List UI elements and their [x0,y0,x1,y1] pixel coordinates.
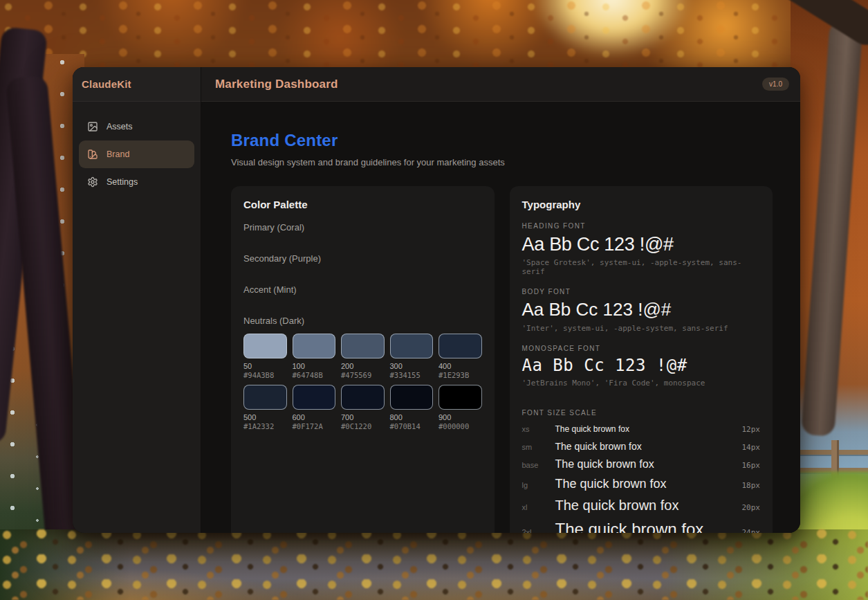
image-icon [87,121,98,132]
swatch-name: 500 [243,413,287,421]
swatch-name: 600 [293,413,336,421]
swatch-hex: #94A3B8 [243,371,287,379]
scale-name: base [522,461,555,469]
color-swatch[interactable] [293,385,336,410]
sidebar: ClaudeKit Assets Brand Settings [73,67,201,533]
scale-sample: The quick brown fox [555,520,742,533]
color-swatch-cell: 300 #334155 [390,334,434,379]
swatch-name: 700 [341,413,385,421]
swatch-hex: #070B14 [390,422,434,430]
scale-size: 14px [742,443,761,452]
color-swatch-cell: 400 #1E293B [438,334,482,379]
font-size-scale-label: FONT SIZE SCALE [522,409,761,417]
color-swatch[interactable] [438,334,482,358]
palette-section-neutrals: Neutrals (Dark) 50 #94A3B8 100 #64748B 2… [243,316,482,430]
page-content: Brand Center Visual design system and br… [201,102,800,533]
scale-sample: The quick brown fox [555,477,742,491]
empty-swatch-row [243,264,482,272]
scale-size: 24px [742,528,761,533]
empty-swatch-row [243,233,482,241]
color-swatch[interactable] [438,385,482,410]
scale-name: xs [522,425,555,433]
swatch-hex: #0F172A [293,422,336,430]
sidebar-item-label: Settings [107,177,138,187]
palette-section-secondary: Secondary (Purple) [243,253,482,272]
swatch-name: 50 [243,362,287,370]
sidebar-item-brand[interactable]: Brand [79,140,194,168]
swatch-name: 200 [341,362,385,370]
sidebar-item-settings[interactable]: Settings [79,168,194,196]
palette-section-label: Secondary (Purple) [243,253,482,264]
window-title: Marketing Dashboard [215,78,338,91]
swatch-hex: #1A2332 [243,422,287,430]
typography-card: Typography HEADING FONT Aa Bb Cc 123 !@#… [510,186,773,533]
top-bar: Marketing Dashboard v1.0 [201,67,800,102]
color-swatch[interactable] [341,334,385,358]
sidebar-nav: Assets Brand Settings [73,102,201,207]
color-swatch-cell: 200 #475569 [341,334,385,379]
font-scale-row: base The quick brown fox 16px [522,458,761,471]
color-swatch[interactable] [243,385,287,410]
palette-section-label: Primary (Coral) [243,222,482,233]
color-swatch-cell: 50 #94A3B8 [243,334,287,379]
fence-rail [793,450,868,455]
card-title: Typography [522,199,761,210]
swatch-name: 400 [438,362,482,370]
page-subtitle: Visual design system and brand guideline… [231,157,773,167]
color-swatch-cell: 100 #64748B [293,334,336,379]
scale-sample: The quick brown fox [555,425,742,435]
scale-sample: The quick brown fox [555,498,742,513]
color-swatch-cell: 600 #0F172A [293,385,336,430]
specimen-body-font: BODY FONT Aa Bb Cc 123 !@# 'Inter', syst… [522,288,761,332]
card-title: Color Palette [243,199,482,210]
swatch-hex: #1E293B [438,371,482,379]
main-panel: Marketing Dashboard v1.0 Brand Center Vi… [201,67,800,533]
color-swatch[interactable] [390,385,434,410]
specimen-label: MONOSPACE FONT [522,345,761,352]
specimen-label: HEADING FONT [522,222,761,230]
color-swatch-cell: 500 #1A2332 [243,385,287,430]
color-swatch[interactable] [341,385,385,410]
color-swatch[interactable] [293,334,336,358]
swatch-hex: #64748B [293,371,336,379]
gear-icon [87,176,98,188]
swatch-hex: #334155 [390,371,434,379]
font-sample: Aa Bb Cc 123 !@# [522,357,761,374]
swatch-name: 900 [438,413,482,421]
color-swatch[interactable] [243,334,287,358]
font-sample: Aa Bb Cc 123 !@# [522,300,761,319]
specimen-heading-font: HEADING FONT Aa Bb Cc 123 !@# 'Space Gro… [522,222,761,276]
font-size-scale: xs The quick brown fox 12px sm The quick… [522,425,761,533]
font-scale-row: xs The quick brown fox 12px [522,425,761,435]
scale-size: 16px [742,461,761,470]
font-scale-row: sm The quick brown fox 14px [522,441,761,452]
scale-name: xl [522,503,555,511]
sidebar-item-assets[interactable]: Assets [79,113,194,140]
scale-size: 18px [742,481,761,490]
scale-size: 12px [742,425,761,434]
swatch-name: 300 [390,362,434,370]
palette-section-label: Accent (Mint) [243,284,482,295]
sidebar-item-label: Assets [107,122,133,131]
swatch-hex: #000000 [438,422,482,430]
font-sample: Aa Bb Cc 123 !@# [522,235,761,254]
color-swatch[interactable] [390,334,434,358]
font-stack: 'Inter', system-ui, -apple-system, sans-… [522,324,761,333]
version-badge: v1.0 [762,78,789,91]
scale-name: sm [522,443,555,451]
app-window: ClaudeKit Assets Brand Settings Marketin… [73,67,800,533]
swatch-grid: 50 #94A3B8 100 #64748B 200 #475569 300 #… [243,334,482,430]
swatch-name: 800 [390,413,434,421]
palette-section-primary: Primary (Coral) [243,222,482,241]
scale-name: lg [522,481,555,489]
color-swatch-cell: 700 #0C1220 [341,385,385,430]
sidebar-header: ClaudeKit [73,67,201,102]
color-palette-card: Color Palette Primary (Coral) Secondary … [231,186,495,533]
color-swatch-cell: 900 #000000 [438,385,482,430]
font-scale-row: xl The quick brown fox 20px [522,498,761,513]
scale-sample: The quick brown fox [555,441,742,452]
app-logo-text: ClaudeKit [82,78,131,90]
specimen-monospace-font: MONOSPACE FONT Aa Bb Cc 123 !@# 'JetBrai… [522,345,761,388]
swatch-hex: #0C1220 [341,422,385,430]
swatch-name: 100 [293,362,336,370]
